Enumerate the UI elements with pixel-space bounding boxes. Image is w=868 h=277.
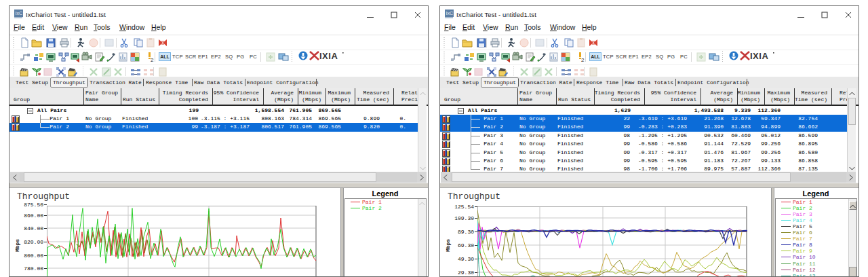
svg-text:IxC: IxC (16, 11, 23, 16)
svg-text:2: 2 (151, 57, 154, 62)
svg-text:2: 2 (581, 57, 585, 62)
svg-text:IXIA: IXIA (319, 51, 338, 61)
svg-text:IxC: IxC (446, 11, 454, 16)
svg-text:IXIA: IXIA (750, 51, 768, 61)
